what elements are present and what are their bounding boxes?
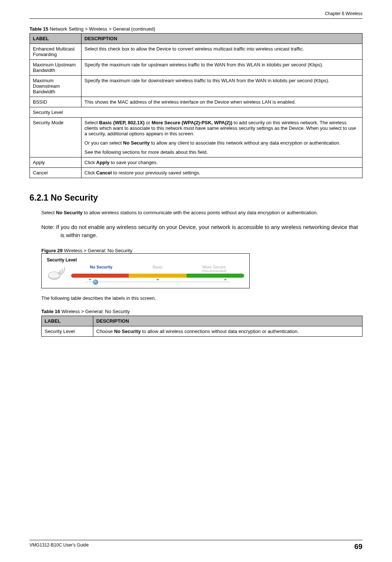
secmode-bold-basic: Basic (WEP, 802.1X) [99,120,145,125]
table15-caption-number: Table 15 [30,26,48,32]
body1-text: to allow wireless stations to communicat… [83,210,318,215]
apply-bold: Apply [96,160,110,165]
table16-caption-title: Wireless > General: No Security [60,309,130,314]
table15-header-description: DESCRIPTION [81,34,362,44]
security-option-basic: Basic [130,265,185,273]
table-row: Security Level Choose No Security to all… [42,326,362,336]
cancel-bold: Cancel [96,170,112,176]
security-level-labels: No Security Basic More Secure (Recommend… [71,265,244,273]
footer-guide-title: VMG1312-B10C User's Guide [30,542,89,551]
row-desc-apply: Click Apply to save your changes. [81,157,362,168]
row-label-max-downstream: Maximum Downstream Bandwidth [30,76,81,97]
secmode-bold-nosecurity: No Security [123,140,150,146]
slider-tick [224,279,227,281]
secmode-text: Select [84,120,99,125]
table15-header-row: LABEL DESCRIPTION [30,34,362,44]
slider-track [85,282,230,282]
row-desc-max-downstream: Specify the maximum rate for downstream … [81,76,362,97]
table-row: Cancel Click Cancel to restore your prev… [30,168,362,178]
note-text: Note: If you do not enable any wireless … [41,223,362,240]
table-row: BSSID This shows the MAC address of the … [30,97,362,107]
table15-caption-title: Network Setting > Wireless > General (co… [48,26,155,32]
secmode-text: to allow any client to associate this ne… [150,140,340,146]
row-label-cancel: Cancel [30,168,81,178]
security-level-bar [71,274,244,278]
apply-text: Click [84,160,96,165]
row-label-max-upstream: Maximum Upstream Bandwidth [30,60,81,76]
figure29-caption-number: Figure 29 [41,248,63,253]
section-heading-no-security: 6.2.1 No Security [30,193,362,203]
table-row: Maximum Downstream Bandwidth Specify the… [30,76,362,97]
security-option-no-security: No Security [73,265,129,273]
cancel-text: to restore your previously saved setting… [112,170,200,176]
row-desc-security-mode: Select Basic (WEP, 802.1X) or More Secur… [81,118,362,157]
secmode-bold-moresecure: More Secure (WPA(2)-PSK, WPA(2)) [152,120,232,125]
wifi-icon [47,265,67,280]
row-desc-max-upstream: Specify the maximum rate for upstream wi… [81,60,362,76]
security-bar-yellow [129,274,186,278]
table16-header-row: LABEL DESCRIPTION [42,316,362,326]
table16-row-desc: Choose No Security to allow all wireless… [93,326,362,336]
security-bar-green [187,274,244,278]
table-row: Apply Click Apply to save your changes. [30,157,362,168]
table-row: Enhanced Multicast Forwarding Select thi… [30,44,362,60]
table-row: Security Level [30,107,362,118]
page-footer: VMG1312-B10C User's Guide 69 [30,540,362,551]
more-secure-recommended: (Recommended) [186,269,242,273]
figure29-caption: Figure 29 Wireless > General: No Securit… [41,248,362,253]
table16: LABEL DESCRIPTION Security Level Choose … [41,316,362,337]
row-label-security-mode: Security Mode [30,118,81,157]
slider-tick [89,279,91,281]
slider-tick [156,279,159,281]
table16-caption-number: Table 16 [41,309,60,314]
figure29-caption-title: Wireless > General: No Security [63,248,132,253]
row-label-bssid: BSSID [30,97,81,107]
table15-header-label: LABEL [30,34,81,44]
row-section-security-level: Security Level [30,107,362,118]
secmode-text: See the following sections for more deta… [84,149,359,155]
row-desc-enhanced-multicast: Select this check box to allow the Devic… [81,44,362,60]
chapter-header: Chapter 6 Wireless [30,11,362,19]
t16-text: Choose [96,329,114,334]
table16-caption: Table 16 Wireless > General: No Security [41,309,362,314]
row-label-apply: Apply [30,157,81,168]
apply-text: to save your changes. [110,160,158,165]
row-desc-cancel: Click Cancel to restore your previously … [81,168,362,178]
security-bar-red [71,274,129,278]
body1-text: Select [41,210,56,215]
more-secure-text: More Secure [202,265,226,269]
body1-bold: No Security [56,210,83,215]
table16-header-label: LABEL [42,316,93,326]
table-row: Maximum Upstream Bandwidth Specify the m… [30,60,362,76]
table15-caption: Table 15 Network Setting > Wireless > Ge… [30,26,362,32]
svg-point-1 [48,272,60,278]
table16-row-label: Security Level [42,326,93,336]
t16-text: to allow all wireless connections withou… [141,329,299,334]
security-level-slider[interactable] [71,279,244,281]
security-option-more-secure: More Secure (Recommended) [186,265,242,273]
cancel-text: Click [84,170,96,176]
table16-header-description: DESCRIPTION [93,316,362,326]
figure29-screenshot: Security Level No Security Basic More Se… [41,253,250,288]
t16-bold: No Security [114,329,141,334]
row-label-enhanced-multicast: Enhanced Multicast Forwarding [30,44,81,60]
table-row: Security Mode Select Basic (WEP, 802.1X)… [30,118,362,157]
secmode-text: Or you can select [84,140,123,146]
body-text-1: Select No Security to allow wireless sta… [41,209,362,216]
figure-security-level-label: Security Level [47,257,244,263]
row-desc-bssid: This shows the MAC address of the wirele… [81,97,362,107]
table15: LABEL DESCRIPTION Enhanced Multicast For… [30,33,362,178]
footer-page-number: 69 [354,542,362,551]
slider-thumb[interactable] [93,280,98,285]
secmode-text: or [145,120,152,125]
body-text-2: The following table describes the labels… [41,295,362,302]
